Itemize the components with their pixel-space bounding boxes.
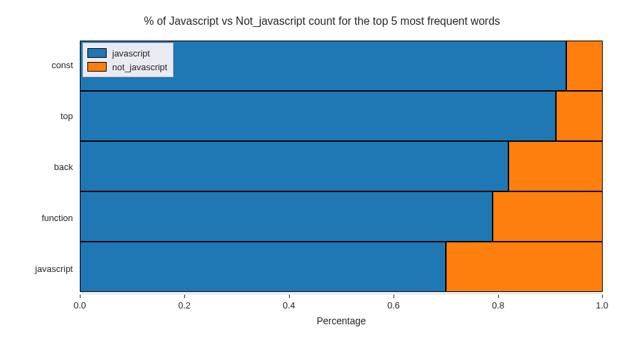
xtick-mark <box>80 295 80 298</box>
xtick-label: 1.0 <box>588 300 616 311</box>
ytick-label: const <box>18 60 73 70</box>
xtick-mark <box>498 295 499 298</box>
chart-title: % of Javascript vs Not_javascript count … <box>0 15 644 28</box>
bar-segment-javascript <box>80 141 508 191</box>
bar-row <box>80 141 603 191</box>
bar-segment-not-javascript <box>446 242 603 292</box>
plot-area: javascript not_javascript <box>80 40 603 295</box>
xtick-mark <box>394 295 394 298</box>
bar-segment-not-javascript <box>556 91 603 141</box>
legend-swatch-njs <box>87 62 107 72</box>
xtick-label: 0.0 <box>66 300 94 311</box>
ytick-label: back <box>18 162 73 172</box>
bar-segment-javascript <box>80 242 446 292</box>
legend-label-js: javascript <box>112 48 150 59</box>
legend-item-javascript: javascript <box>87 46 167 60</box>
bar-segment-not-javascript <box>508 141 603 191</box>
bar-segment-javascript <box>80 91 556 141</box>
bar-row <box>80 91 603 141</box>
chart-container: % of Javascript vs Not_javascript count … <box>0 0 644 347</box>
xtick-label: 0.6 <box>380 300 407 311</box>
legend-swatch-js <box>87 48 107 58</box>
xtick-mark <box>289 295 290 298</box>
xtick-label: 0.8 <box>484 300 512 311</box>
bar-row <box>80 191 603 242</box>
xtick-mark <box>184 295 185 298</box>
xtick-mark <box>602 295 603 298</box>
x-axis-label: Percentage <box>80 315 603 326</box>
legend-item-not-javascript: not_javascript <box>87 60 167 74</box>
bar-segment-not-javascript <box>566 41 603 91</box>
legend-label-njs: not_javascript <box>112 62 167 72</box>
ytick-label: javascript <box>18 264 73 274</box>
bar-segment-not-javascript <box>493 191 603 242</box>
xtick-label: 0.4 <box>275 300 303 311</box>
ytick-label: top <box>18 111 73 121</box>
legend: javascript not_javascript <box>83 43 173 77</box>
ytick-label: function <box>18 213 73 223</box>
xtick-label: 0.2 <box>171 300 198 311</box>
bar-row <box>80 242 603 292</box>
bar-segment-javascript <box>80 191 493 242</box>
